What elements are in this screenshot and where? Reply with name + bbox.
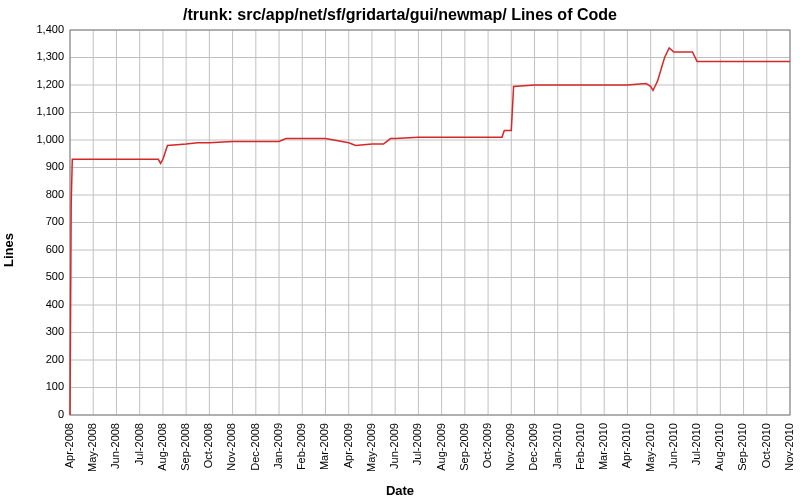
y-tick-label: 1,000	[36, 133, 64, 145]
x-tick-label: Jun-2010	[667, 423, 679, 469]
x-tick-label: Apr-2008	[63, 423, 75, 468]
y-tick-label: 300	[46, 325, 64, 337]
y-tick-label: 0	[58, 408, 64, 420]
y-tick-label: 1,200	[36, 78, 64, 90]
y-tick-label: 1,100	[36, 105, 64, 117]
x-tick-label: Oct-2010	[760, 423, 772, 468]
x-tick-label: Jul-2010	[690, 423, 702, 465]
y-tick-label: 900	[46, 160, 64, 172]
x-tick-label: Oct-2009	[481, 423, 493, 468]
plot-area: 01002003004005006007008009001,0001,1001,…	[0, 0, 800, 500]
x-tick-label: May-2008	[86, 423, 98, 472]
x-tick-label: Apr-2010	[620, 423, 632, 468]
x-tick-label: Jun-2009	[388, 423, 400, 469]
x-tick-label: Nov-2009	[504, 423, 516, 471]
x-tick-label: Feb-2009	[295, 423, 307, 470]
x-tick-label: Nov-2010	[783, 423, 795, 471]
x-tick-label: Jul-2009	[411, 423, 423, 465]
x-tick-label: Aug-2010	[713, 423, 725, 471]
x-tick-label: Feb-2010	[574, 423, 586, 470]
x-tick-label: Apr-2009	[342, 423, 354, 468]
chart: /trunk: src/app/net/sf/gridarta/gui/newm…	[0, 0, 800, 500]
x-tick-label: Mar-2010	[597, 423, 609, 470]
y-tick-label: 700	[46, 215, 64, 227]
y-tick-label: 1,300	[36, 50, 64, 62]
x-tick-label: Sep-2008	[179, 423, 191, 471]
y-tick-label: 800	[46, 188, 64, 200]
x-tick-label: Mar-2009	[318, 423, 330, 470]
y-tick-label: 600	[46, 243, 64, 255]
x-tick-label: Aug-2009	[435, 423, 447, 471]
x-tick-label: Jan-2010	[551, 423, 563, 469]
y-tick-label: 1,400	[36, 23, 64, 35]
y-tick-label: 200	[46, 353, 64, 365]
x-tick-label: Aug-2008	[156, 423, 168, 471]
x-tick-label: Dec-2009	[527, 423, 539, 471]
y-tick-label: 400	[46, 298, 64, 310]
y-tick-label: 500	[46, 270, 64, 282]
x-tick-label: Dec-2008	[249, 423, 261, 471]
x-tick-label: Jan-2009	[272, 423, 284, 469]
x-tick-label: Jun-2008	[109, 423, 121, 469]
x-tick-label: Sep-2009	[458, 423, 470, 471]
x-tick-label: Jul-2008	[133, 423, 145, 465]
x-tick-label: May-2009	[365, 423, 377, 472]
x-tick-label: Oct-2008	[202, 423, 214, 468]
x-tick-label: Nov-2008	[225, 423, 237, 471]
x-tick-label: May-2010	[644, 423, 656, 472]
x-tick-label: Sep-2010	[736, 423, 748, 471]
y-tick-label: 100	[46, 380, 64, 392]
